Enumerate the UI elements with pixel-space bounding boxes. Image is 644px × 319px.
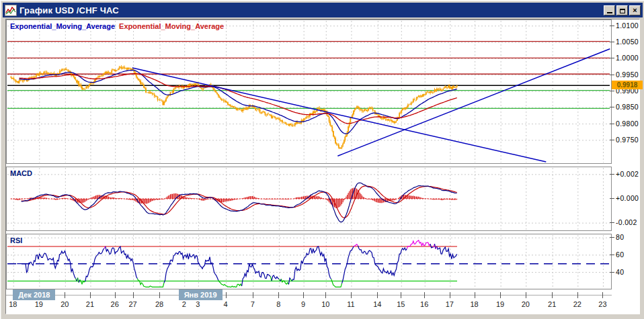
date-label: 11 — [342, 300, 360, 308]
time-axis[interactable]: Дек 2018 Янв 2019 1819202126272823478910… — [6, 289, 612, 312]
price-tick-label: 1.0000 — [616, 54, 643, 62]
scale-tick — [610, 91, 614, 91]
date-label: 20 — [56, 300, 73, 308]
legend-ema-red: Exponential_Moving_Average — [119, 22, 224, 30]
date-label: 15 — [392, 300, 409, 308]
price-tick-label: 1.0100 — [616, 21, 643, 30]
maximize-icon — [620, 9, 625, 13]
scale-tick — [610, 140, 614, 140]
scale-tick — [610, 255, 614, 255]
time-tick — [475, 292, 475, 298]
window-title: График USD /CHF ЧАС — [19, 5, 119, 15]
price-chart-panel[interactable] — [6, 19, 612, 164]
price-chart-canvas[interactable] — [7, 20, 611, 163]
date-label: 20 — [517, 300, 534, 308]
rsi-tick-label: 60 — [616, 250, 643, 259]
macd-tick-label: +0.000 — [616, 194, 643, 202]
indicator-legend: Exponential_Moving_AverageExponential_Mo… — [10, 22, 228, 30]
time-tick — [377, 292, 378, 298]
date-label: 26 — [106, 300, 124, 308]
time-tick — [424, 292, 425, 298]
time-tick — [278, 292, 279, 298]
time-tick — [115, 292, 116, 298]
month-badge-jan: Янв 2019 — [179, 289, 223, 300]
date-label: 18 — [4, 300, 22, 308]
maximize-button[interactable] — [616, 5, 628, 15]
time-tick — [602, 292, 603, 298]
time-axis-line — [6, 295, 612, 295]
chart-area: Exponential_Moving_AverageExponential_Mo… — [5, 19, 640, 314]
date-label: 21 — [81, 300, 99, 308]
minimize-button[interactable] — [604, 5, 615, 15]
month-badge-dec: Дек 2018 — [13, 289, 55, 300]
scale-tick — [610, 107, 614, 107]
price-tick-label: 0.9800 — [616, 120, 643, 128]
last-price-badge: 0.9918 — [612, 81, 643, 89]
date-label: 14 — [368, 300, 386, 308]
date-label: 19 — [30, 300, 48, 308]
rsi-tick-label: 40 — [616, 268, 643, 276]
time-tick — [500, 292, 501, 298]
date-label: 28 — [151, 300, 168, 308]
date-label: 7 — [244, 300, 261, 308]
date-label: 8 — [270, 300, 287, 308]
close-icon: × — [633, 6, 637, 15]
date-label: 16 — [415, 300, 433, 308]
scale-tick — [610, 58, 614, 58]
date-label: 23 — [594, 300, 611, 308]
macd-label: MACD — [10, 169, 32, 177]
date-label: 4 — [217, 300, 235, 308]
date-label: 21 — [543, 300, 561, 308]
rsi-canvas[interactable] — [7, 234, 611, 289]
scale-tick — [610, 42, 614, 42]
time-tick — [450, 292, 450, 298]
time-tick — [159, 292, 160, 298]
macd-canvas[interactable] — [7, 167, 611, 230]
time-tick — [351, 292, 352, 298]
date-label: 19 — [491, 300, 509, 308]
time-tick — [65, 292, 65, 298]
scale-tick — [610, 222, 614, 223]
rsi-label: RSI — [10, 236, 22, 244]
scale-tick — [610, 237, 614, 238]
time-tick — [226, 292, 227, 298]
time-tick — [526, 292, 526, 298]
chart-window-icon — [5, 5, 17, 16]
time-tick — [552, 292, 553, 298]
date-label: 22 — [569, 300, 586, 308]
date-label: 17 — [441, 300, 458, 308]
price-tick-label: 1.0050 — [616, 38, 643, 46]
minimize-icon — [607, 12, 612, 13]
time-tick — [90, 292, 91, 298]
time-tick — [401, 292, 401, 298]
date-label: 27 — [124, 300, 142, 308]
time-tick — [325, 292, 326, 298]
scale-tick — [610, 174, 614, 175]
scale-tick — [610, 124, 614, 124]
price-tick-label: 0.9950 — [616, 71, 643, 79]
price-tick-label: 0.9850 — [616, 103, 643, 111]
scale-tick — [610, 198, 614, 199]
rsi-panel[interactable]: RSI — [6, 234, 612, 289]
time-tick — [133, 292, 134, 298]
legend-ema-blue: Exponential_Moving_Average — [10, 22, 115, 30]
rsi-tick-label: 80 — [616, 233, 643, 241]
time-tick — [253, 292, 253, 298]
date-label: 9 — [294, 300, 312, 308]
close-button[interactable]: × — [629, 5, 641, 15]
date-label: 3 — [189, 300, 206, 308]
scale-tick — [610, 272, 614, 273]
app-window: График USD /CHF ЧАС × Exponential_Moving… — [0, 0, 644, 319]
macd-tick-label: +0.002 — [616, 170, 643, 178]
time-tick — [303, 292, 304, 298]
title-bar[interactable]: График USD /CHF ЧАС × — [3, 3, 643, 17]
time-tick — [577, 292, 578, 298]
macd-tick-label: -0.002 — [616, 218, 643, 226]
scale-tick — [610, 26, 614, 26]
date-label: 18 — [466, 300, 483, 308]
date-label: 10 — [317, 300, 334, 308]
macd-panel[interactable]: MACD — [6, 167, 612, 231]
scale-tick — [610, 75, 614, 75]
price-tick-label: 0.9750 — [616, 136, 643, 144]
